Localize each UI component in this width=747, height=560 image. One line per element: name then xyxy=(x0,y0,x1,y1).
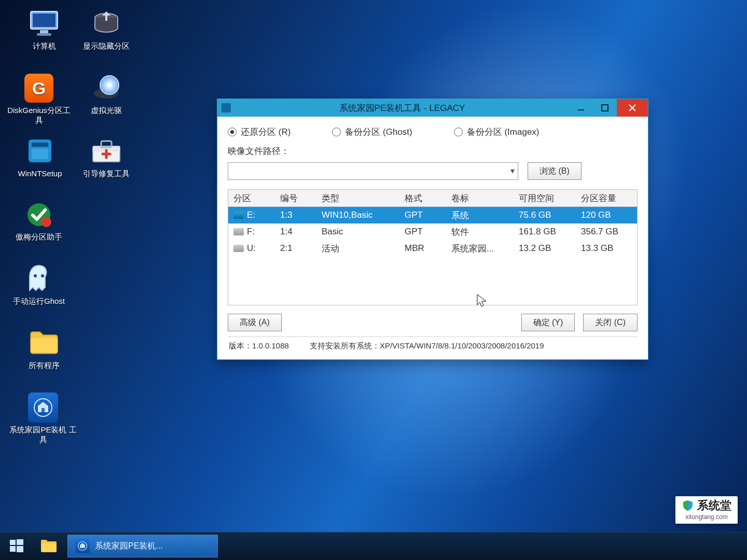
close-dialog-button[interactable]: 关闭 (C) xyxy=(583,314,638,331)
radio-backup-imagex[interactable]: 备份分区 (Imagex) xyxy=(454,126,540,138)
taskbar: 系统家园PE装机... xyxy=(0,532,747,560)
icon-label: 计算机 xyxy=(16,41,73,51)
svg-rect-11 xyxy=(32,149,48,159)
radio-icon xyxy=(332,128,341,136)
desktop-icon-show-hidden[interactable]: 显示隐藏分区 xyxy=(78,8,135,51)
pe-tool-window: 系统家园PE装机工具 - LEGACY 还原分区 (R) 备份分区 (Ghost… xyxy=(217,99,648,360)
folder-icon xyxy=(27,328,61,359)
desktop-icon-pe-tool[interactable]: 系统家园PE装机 工具 xyxy=(9,392,77,445)
table-row[interactable]: F: 1:4 Basic GPT 软件 161.8 GB 356.7 GB xyxy=(228,223,637,240)
aomei-icon xyxy=(22,199,56,230)
titlebar[interactable]: 系统家园PE装机工具 - LEGACY xyxy=(217,99,648,117)
image-path-dropdown[interactable]: ▾ xyxy=(228,162,518,180)
icon-label: WinNTSetup xyxy=(6,169,74,179)
status-bar: 版本：1.0.0.1088 支持安装所有系统：XP/VISTA/WIN7/8/8… xyxy=(228,337,638,354)
pe-tool-icon xyxy=(26,392,60,423)
col-number[interactable]: 编号 xyxy=(275,192,316,204)
icon-label: 傲梅分区助手 xyxy=(10,232,67,242)
windows-icon xyxy=(9,538,24,554)
diskgenius-icon: G xyxy=(22,73,56,104)
desktop-icon-ghost[interactable]: 手动运行Ghost xyxy=(10,263,67,306)
svg-rect-22 xyxy=(578,109,584,110)
file-explorer-button[interactable] xyxy=(35,535,62,557)
svg-point-8 xyxy=(107,83,112,87)
svg-rect-2 xyxy=(40,30,48,33)
ok-button[interactable]: 确定 (Y) xyxy=(521,314,575,331)
table-row[interactable]: U: 2:1 活动 MBR 系统家园... 13.2 GB 13.3 GB xyxy=(228,240,637,257)
table-row[interactable]: E: 1:3 WIN10,Basic GPT 系统 75.6 GB 120 GB xyxy=(228,207,637,223)
col-partition[interactable]: 分区 xyxy=(228,192,275,204)
minimize-button[interactable] xyxy=(569,99,593,117)
shield-icon xyxy=(682,499,694,512)
desktop-icon-computer[interactable]: 计算机 xyxy=(16,8,73,51)
svg-rect-3 xyxy=(37,33,51,36)
col-format[interactable]: 格式 xyxy=(399,192,446,204)
icon-label: 手动运行Ghost xyxy=(10,297,67,306)
advanced-button[interactable]: 高级 (A) xyxy=(228,314,282,331)
icon-label: 系统家园PE装机 工具 xyxy=(9,425,77,445)
drive-icon xyxy=(233,228,244,235)
task-label: 系统家园PE装机... xyxy=(95,541,163,552)
desktop-icon-diskgenius[interactable]: G DiskGenius分区工具 xyxy=(5,73,73,125)
taskbar-task-pe-tool[interactable]: 系统家园PE装机... xyxy=(67,535,218,557)
desktop-icon-programs[interactable]: 所有程序 xyxy=(16,328,73,371)
svg-rect-25 xyxy=(17,539,23,545)
app-icon xyxy=(222,103,231,113)
svg-rect-26 xyxy=(10,546,16,552)
svg-rect-28 xyxy=(41,543,57,552)
svg-rect-1 xyxy=(33,13,56,27)
icon-label: 显示隐藏分区 xyxy=(78,41,135,51)
cd-icon xyxy=(90,73,123,104)
svg-rect-23 xyxy=(602,105,608,111)
desktop-icon-winntsetup[interactable]: WinNTSetup xyxy=(6,136,74,179)
radio-restore[interactable]: 还原分区 (R) xyxy=(228,126,290,138)
support-label: 支持安装所有系统：XP/VISTA/WIN7/8/8.1/10/2003/200… xyxy=(310,341,544,351)
svg-point-18 xyxy=(41,274,44,277)
icon-label: 虚拟光驱 xyxy=(78,106,135,116)
drive-icon xyxy=(233,212,244,219)
ghost-icon xyxy=(22,263,56,295)
col-volume[interactable]: 卷标 xyxy=(446,192,514,204)
svg-rect-27 xyxy=(17,546,23,552)
icon-label: 所有程序 xyxy=(16,361,73,371)
task-app-icon xyxy=(75,539,90,553)
desktop-icon-boot-repair[interactable]: 引导修复工具 xyxy=(78,136,135,179)
radio-icon xyxy=(228,128,237,136)
image-path-label: 映像文件路径： xyxy=(228,145,290,157)
desktop-icon-virtual-cd[interactable]: 虚拟光驱 xyxy=(78,73,135,116)
col-type[interactable]: 类型 xyxy=(316,192,399,204)
maximize-button[interactable] xyxy=(593,99,617,117)
desktop-icon-aomei[interactable]: 傲梅分区助手 xyxy=(10,199,67,242)
chevron-down-icon: ▾ xyxy=(510,166,515,176)
svg-rect-21 xyxy=(42,408,45,412)
folder-icon xyxy=(40,539,58,553)
svg-point-17 xyxy=(34,274,37,277)
watermark-url: xitongtang.com xyxy=(682,513,731,522)
window-title: 系统家园PE装机工具 - LEGACY xyxy=(235,102,569,114)
toolbox-icon xyxy=(90,136,123,167)
icon-label: 引导修复工具 xyxy=(78,169,135,179)
computer-icon xyxy=(27,8,61,39)
browse-button[interactable]: 浏览 (B) xyxy=(528,162,582,180)
partition-table: 分区 编号 类型 格式 卷标 可用空间 分区容量 E: 1:3 WIN10,Ba… xyxy=(228,189,638,305)
setup-icon xyxy=(23,136,57,167)
svg-rect-24 xyxy=(10,540,16,545)
svg-rect-10 xyxy=(32,143,48,147)
svg-rect-19 xyxy=(31,338,58,353)
radio-icon xyxy=(454,128,463,136)
start-button[interactable] xyxy=(3,535,30,557)
desktop: 计算机 显示隐藏分区 G DiskGenius分区工具 虚拟光驱 WinNTSe… xyxy=(0,0,747,560)
col-free[interactable]: 可用空间 xyxy=(514,192,576,204)
svg-point-16 xyxy=(41,217,51,227)
icon-label: DiskGenius分区工具 xyxy=(5,106,73,125)
radio-backup-ghost[interactable]: 备份分区 (Ghost) xyxy=(332,126,412,138)
partition-icon xyxy=(90,8,123,39)
table-header: 分区 编号 类型 格式 卷标 可用空间 分区容量 xyxy=(228,190,637,207)
version-label: 版本：1.0.0.1088 xyxy=(229,341,289,351)
watermark-brand: 系统堂 xyxy=(697,500,731,511)
watermark: 系统堂 xitongtang.com xyxy=(675,496,738,524)
close-button[interactable] xyxy=(617,99,648,117)
drive-icon xyxy=(233,245,244,252)
col-capacity[interactable]: 分区容量 xyxy=(576,192,638,204)
